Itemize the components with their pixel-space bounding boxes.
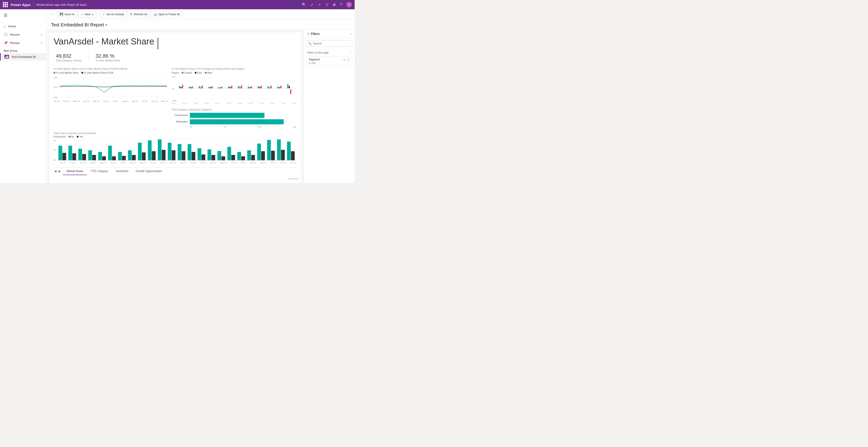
svg-rect-27	[231, 86, 232, 88]
settings-icon[interactable]: ⚙	[333, 3, 336, 7]
save-as-label: Save As	[64, 13, 74, 16]
sidebar-nav-item-test-embedded[interactable]: Test Embedded BI	[0, 53, 46, 61]
tab-next-button[interactable]: ▶	[58, 169, 61, 174]
svg-rect-36	[260, 86, 262, 88]
filters-search-box[interactable]: 🔍	[306, 40, 352, 46]
help-icon[interactable]: ?	[340, 3, 342, 7]
kpi-market-share: 32.86 % % Units Market Share	[96, 53, 121, 62]
svg-rect-69	[158, 139, 161, 160]
tab-sentiment[interactable]: Sentiment	[112, 168, 132, 175]
svg-rect-10	[179, 86, 180, 88]
user-avatar[interactable]: U	[346, 2, 352, 7]
filters-search-icon: 🔍	[308, 42, 312, 45]
sidebar-item-home[interactable]: ⌂ Home	[0, 22, 46, 30]
svg-rect-24	[221, 87, 222, 88]
svg-rect-15	[192, 87, 193, 88]
svg-rect-18	[202, 85, 203, 88]
set-default-button[interactable]: ✓ Set As Default	[100, 11, 127, 18]
report-area: VanArsdel - Market Share 49,832 Total Ca…	[46, 30, 304, 183]
filters-search-input[interactable]	[313, 42, 350, 45]
yoy-legend-west: West	[205, 72, 213, 74]
hamburger-button[interactable]: ☰	[0, 11, 46, 20]
svg-rect-39	[271, 86, 272, 88]
svg-rect-34	[257, 86, 259, 88]
svg-rect-45	[290, 90, 291, 94]
segment-chart: Total Category Volume by Segment Conveni…	[172, 108, 297, 128]
segment-bars: Convenience Moderation	[172, 113, 297, 125]
svg-rect-12	[182, 85, 183, 88]
yoy-chart-container: 10%0%-10%	[172, 75, 297, 102]
svg-rect-35	[259, 87, 260, 88]
sidebar-pinned-label: Pinned	[10, 41, 19, 45]
open-powerbi-button[interactable]: 📊 Open in Power BI	[151, 11, 182, 18]
svg-rect-55	[88, 150, 92, 160]
svg-rect-21	[211, 86, 213, 88]
svg-rect-78	[202, 154, 205, 160]
filter-icon[interactable]: ▽	[326, 3, 329, 7]
report-tabs-bar: ◀ ▶ Market Share YTD Category Sentiment …	[54, 167, 297, 175]
segment-bar-area-conv	[190, 113, 297, 118]
svg-rect-80	[211, 155, 215, 160]
svg-rect-32	[249, 87, 250, 88]
checkmark-icon[interactable]: ✓	[311, 3, 314, 7]
filters-section-menu-icon[interactable]: ···	[349, 51, 351, 55]
svg-rect-82	[221, 156, 225, 160]
yoy-legend-central: Central	[182, 72, 192, 74]
filter-card-segment[interactable]: Segment ∨ ◯ is (All)	[306, 56, 352, 66]
filter-clear-icon[interactable]: ◯	[347, 58, 350, 61]
svg-rect-95	[287, 141, 291, 160]
bottom-chart-legend: isVanArsdel No Yes	[54, 136, 297, 138]
kpi-label-volume: Total Category Volume	[56, 59, 82, 62]
filters-collapse-button[interactable]: ›	[350, 32, 351, 36]
line-y-axis: 40%30%20%	[54, 75, 59, 100]
report-filters-layout: VanArsdel - Market Share 49,832 Total Ca…	[46, 30, 354, 183]
segment-bar-fill-conv	[190, 113, 265, 118]
svg-rect-13	[189, 87, 190, 88]
home-icon: ⌂	[4, 24, 6, 28]
svg-rect-73	[178, 144, 182, 160]
svg-rect-65	[138, 143, 142, 160]
sidebar-item-pinned[interactable]: 📌 Pinned ∨	[0, 39, 46, 47]
kpi-total-volume: 49,832 Total Category Volume	[56, 53, 82, 62]
segment-bar-moderation: Moderation	[172, 119, 297, 125]
refresh-all-label: Refresh All	[134, 13, 147, 16]
svg-rect-67	[148, 140, 152, 160]
tab-prev-button[interactable]: ◀	[54, 169, 57, 174]
svg-rect-96	[291, 151, 294, 160]
yoy-legend-east: East	[195, 72, 202, 74]
svg-rect-42	[280, 86, 281, 88]
filter-name: Segment	[309, 58, 320, 61]
line-chart-canvas	[60, 75, 168, 100]
set-default-label: Set As Default	[106, 13, 124, 16]
refresh-all-button[interactable]: ↻ Refresh All	[127, 11, 150, 18]
svg-rect-26	[229, 87, 230, 88]
kpi-row: 49,832 Total Category Volume 32.86 % % U…	[54, 53, 297, 62]
bottom-chart-x-labels: Jan-13Feb-13Mar-13Apr-13 May-13Jun-13Jul…	[54, 162, 297, 164]
svg-rect-76	[192, 152, 195, 160]
tab-market-share[interactable]: Market Share	[63, 168, 87, 175]
line-chart-section: % Units Market Share and % Units Market …	[54, 67, 168, 128]
sidebar-item-recent[interactable]: 🕐 Recent ∨	[0, 30, 46, 39]
bottom-chart-container: 4K2K0K	[54, 139, 297, 161]
filters-funnel-icon: ▽	[307, 32, 309, 36]
filter-card-icons: ∨ ◯	[343, 58, 350, 61]
save-as-button[interactable]: 💾 Save As	[57, 11, 77, 18]
obvience-watermark: obviEnce	[288, 177, 298, 180]
svg-rect-1	[6, 56, 7, 58]
bottom-chart-title: Total Units by Month and isVanArsdel	[54, 132, 297, 135]
add-icon[interactable]: ＋	[318, 2, 321, 7]
back-button[interactable]: ←	[49, 11, 56, 18]
filter-card-header: Segment ∨ ◯	[309, 58, 350, 61]
new-button[interactable]: ＋ New ∨	[78, 11, 96, 18]
tab-ytd-category[interactable]: YTD Category	[87, 168, 112, 175]
search-icon[interactable]: 🔍	[302, 3, 306, 7]
filter-expand-icon[interactable]: ∨	[343, 58, 345, 61]
page-title: Test Embedded BI Report	[51, 22, 104, 28]
bottom-chart-canvas	[58, 139, 297, 161]
segment-label-conv: Convenience	[172, 114, 188, 116]
tab-growth-opportunities[interactable]: Growth Opportunities	[132, 168, 165, 175]
waffle-menu[interactable]	[3, 2, 8, 7]
sidebar-top: ☰	[0, 9, 46, 22]
page-title-chevron-icon[interactable]: ▾	[105, 23, 107, 27]
svg-rect-71	[168, 143, 172, 160]
